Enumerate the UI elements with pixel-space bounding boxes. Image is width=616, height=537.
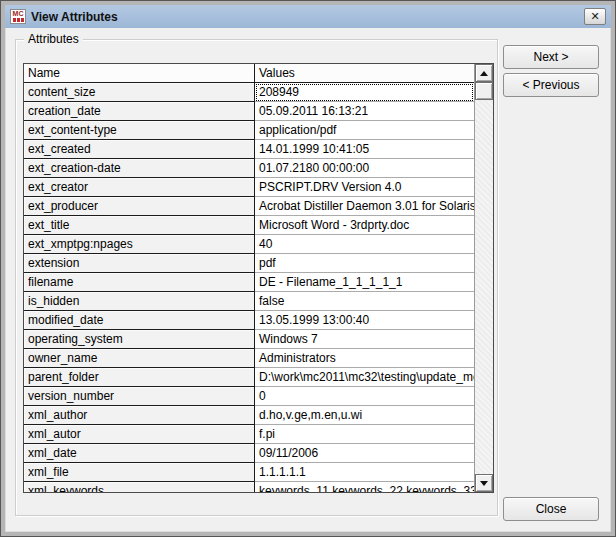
attribute-name-cell[interactable]: filename bbox=[24, 273, 255, 292]
attribute-value-cell[interactable]: 09/11/2006 bbox=[255, 444, 474, 463]
table-row[interactable]: xml_file 1.1.1.1.1 bbox=[24, 463, 474, 482]
table-row[interactable]: ext_xmptpg:npages 40 bbox=[24, 235, 474, 254]
attribute-name-cell[interactable]: xml_autor bbox=[24, 425, 255, 444]
attribute-name-cell[interactable]: ext_title bbox=[24, 216, 255, 235]
attribute-value-cell[interactable]: f.pi bbox=[255, 425, 474, 444]
table-row[interactable]: xml_keywords keywords_11.keywords_22.key… bbox=[24, 482, 474, 493]
column-header-values[interactable]: Values bbox=[255, 64, 474, 83]
attribute-value-cell[interactable]: 13.05.1999 13:00:40 bbox=[255, 311, 474, 330]
attribute-value-cell[interactable]: 0 bbox=[255, 387, 474, 406]
attribute-value-cell[interactable]: D:\work\mc2011\mc32\testing\update_meta bbox=[255, 368, 474, 387]
close-icon: ✕ bbox=[590, 10, 599, 23]
next-button[interactable]: Next > bbox=[503, 45, 599, 69]
attribute-value-cell[interactable]: d.ho,v.ge,m.en,u.wi bbox=[255, 406, 474, 425]
view-attributes-dialog: MC View Attributes ✕ Attributes Name Val… bbox=[0, 0, 616, 537]
vertical-scrollbar[interactable] bbox=[474, 64, 493, 492]
attribute-value-cell[interactable]: application/pdf bbox=[255, 121, 474, 140]
attribute-name-cell[interactable]: extension bbox=[24, 254, 255, 273]
table-row[interactable]: ext_creation-date 01.07.2180 00:00:00 bbox=[24, 159, 474, 178]
attribute-value-cell[interactable]: 208949 bbox=[255, 83, 474, 102]
attribute-value-cell[interactable]: pdf bbox=[255, 254, 474, 273]
attribute-name-cell[interactable]: xml_author bbox=[24, 406, 255, 425]
table-row[interactable]: ext_title Microsoft Word - 3rdprty.doc bbox=[24, 216, 474, 235]
scroll-down-icon bbox=[480, 481, 488, 486]
table-row[interactable]: ext_producer Acrobat Distiller Daemon 3.… bbox=[24, 197, 474, 216]
table-row[interactable]: is_hidden false bbox=[24, 292, 474, 311]
attribute-name-cell[interactable]: operating_system bbox=[24, 330, 255, 349]
table-row[interactable]: ext_content-type application/pdf bbox=[24, 121, 474, 140]
table-row[interactable]: ext_created 14.01.1999 10:41:05 bbox=[24, 140, 474, 159]
table-row[interactable]: version_number 0 bbox=[24, 387, 474, 406]
attributes-table-columns: Name Values content_size 208949 creation… bbox=[24, 64, 474, 493]
table-row[interactable]: extension pdf bbox=[24, 254, 474, 273]
attribute-name-cell[interactable]: xml_file bbox=[24, 463, 255, 482]
scrollbar-thumb[interactable] bbox=[475, 82, 493, 100]
table-row[interactable]: xml_author d.ho,v.ge,m.en,u.wi bbox=[24, 406, 474, 425]
table-row[interactable]: content_size 208949 bbox=[24, 83, 474, 102]
previous-button[interactable]: < Previous bbox=[503, 73, 599, 97]
window-title: View Attributes bbox=[31, 10, 584, 24]
attribute-value-cell[interactable]: 1.1.1.1.1 bbox=[255, 463, 474, 482]
attribute-name-cell[interactable]: parent_folder bbox=[24, 368, 255, 387]
attribute-name-cell[interactable]: ext_created bbox=[24, 140, 255, 159]
close-window-button[interactable]: ✕ bbox=[584, 8, 606, 25]
app-icon: MC bbox=[10, 9, 26, 24]
attribute-value-cell[interactable]: 05.09.2011 16:13:21 bbox=[255, 102, 474, 121]
attribute-name-cell[interactable]: xml_keywords bbox=[24, 482, 255, 493]
scroll-down-button[interactable] bbox=[475, 474, 493, 492]
table-header-row: Name Values bbox=[24, 64, 474, 83]
attribute-value-cell[interactable]: false bbox=[255, 292, 474, 311]
table-row[interactable]: creation_date 05.09.2011 16:13:21 bbox=[24, 102, 474, 121]
table-row[interactable]: filename DE - Filename_1_1_1_1_1 bbox=[24, 273, 474, 292]
attribute-name-cell[interactable]: is_hidden bbox=[24, 292, 255, 311]
app-logo-blocks bbox=[13, 18, 24, 22]
table-row[interactable]: operating_system Windows 7 bbox=[24, 330, 474, 349]
scroll-up-button[interactable] bbox=[475, 64, 493, 82]
column-header-name[interactable]: Name bbox=[24, 64, 255, 83]
table-row[interactable]: ext_creator PSCRIPT.DRV Version 4.0 bbox=[24, 178, 474, 197]
attribute-name-cell[interactable]: version_number bbox=[24, 387, 255, 406]
attributes-groupbox-label: Attributes bbox=[24, 32, 83, 46]
attribute-value-cell[interactable]: Microsoft Word - 3rdprty.doc bbox=[255, 216, 474, 235]
attribute-value-cell[interactable]: Administrators bbox=[255, 349, 474, 368]
table-row[interactable]: modified_date 13.05.1999 13:00:40 bbox=[24, 311, 474, 330]
app-logo-text: MC bbox=[13, 11, 24, 17]
titlebar[interactable]: MC View Attributes ✕ bbox=[5, 5, 611, 28]
attribute-value-cell[interactable]: keywords_11.keywords_22.keywords_33.ke bbox=[255, 482, 474, 493]
attribute-name-cell[interactable]: modified_date bbox=[24, 311, 255, 330]
table-row[interactable]: owner_name Administrators bbox=[24, 349, 474, 368]
attribute-value-cell[interactable]: 01.07.2180 00:00:00 bbox=[255, 159, 474, 178]
attribute-value-cell[interactable]: PSCRIPT.DRV Version 4.0 bbox=[255, 178, 474, 197]
table-row[interactable]: parent_folder D:\work\mc2011\mc32\testin… bbox=[24, 368, 474, 387]
table-row[interactable]: xml_autor f.pi bbox=[24, 425, 474, 444]
attribute-name-cell[interactable]: creation_date bbox=[24, 102, 255, 121]
attribute-value-cell[interactable]: Acrobat Distiller Daemon 3.01 for Solari… bbox=[255, 197, 474, 216]
attribute-name-cell[interactable]: ext_content-type bbox=[24, 121, 255, 140]
attributes-table-rows: content_size 208949 creation_date 05.09.… bbox=[24, 83, 474, 493]
scroll-up-icon bbox=[480, 71, 488, 76]
attribute-name-cell[interactable]: ext_xmptpg:npages bbox=[24, 235, 255, 254]
attribute-name-cell[interactable]: owner_name bbox=[24, 349, 255, 368]
attribute-value-cell[interactable]: 40 bbox=[255, 235, 474, 254]
attribute-value-cell[interactable]: Windows 7 bbox=[255, 330, 474, 349]
scrollbar-track[interactable] bbox=[475, 100, 493, 474]
table-row[interactable]: xml_date 09/11/2006 bbox=[24, 444, 474, 463]
attribute-name-cell[interactable]: xml_date bbox=[24, 444, 255, 463]
attribute-name-cell[interactable]: ext_producer bbox=[24, 197, 255, 216]
attribute-name-cell[interactable]: ext_creation-date bbox=[24, 159, 255, 178]
close-button[interactable]: Close bbox=[503, 497, 599, 521]
attribute-name-cell[interactable]: ext_creator bbox=[24, 178, 255, 197]
attribute-value-cell[interactable]: 14.01.1999 10:41:05 bbox=[255, 140, 474, 159]
attributes-table: Name Values content_size 208949 creation… bbox=[23, 63, 494, 493]
attribute-name-cell[interactable]: content_size bbox=[24, 83, 255, 102]
attribute-value-cell[interactable]: DE - Filename_1_1_1_1_1 bbox=[255, 273, 474, 292]
